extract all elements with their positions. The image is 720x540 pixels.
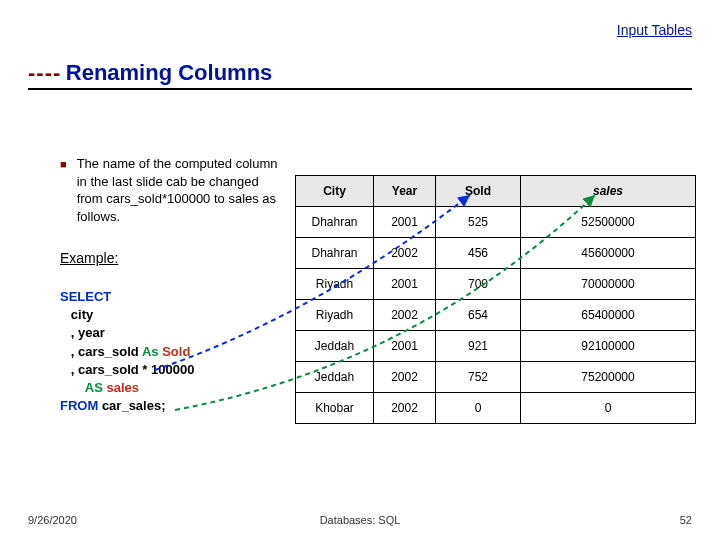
table-row: Riyadh200170070000000 — [296, 269, 696, 300]
table-row: Khobar200200 — [296, 393, 696, 424]
cell: 65400000 — [521, 300, 696, 331]
cell: 654 — [436, 300, 521, 331]
cell: Dhahran — [296, 207, 374, 238]
alias-sales: sales — [107, 380, 140, 395]
cell: 0 — [436, 393, 521, 424]
table-head: City Year Sold sales — [296, 176, 696, 207]
cell: Riyadh — [296, 300, 374, 331]
th-sold: Sold — [436, 176, 521, 207]
cell: 2002 — [374, 393, 436, 424]
sql-code-block: SELECT city , year , cars_sold As Sold ,… — [60, 288, 278, 415]
square-bullet-icon: ■ — [60, 155, 67, 225]
cell: Riyadh — [296, 269, 374, 300]
title-text: Renaming Columns — [66, 60, 273, 85]
cell: 70000000 — [521, 269, 696, 300]
result-table: City Year Sold sales Dhahran200152552500… — [295, 175, 696, 424]
input-tables-link[interactable]: Input Tables — [617, 22, 692, 38]
cell: 2002 — [374, 238, 436, 269]
cell: 2001 — [374, 207, 436, 238]
table-body: Dhahran200152552500000 Dhahran2002456456… — [296, 207, 696, 424]
cell: Jeddah — [296, 331, 374, 362]
alias-indent — [60, 380, 85, 395]
cell: 700 — [436, 269, 521, 300]
bullet-text: The name of the computed column in the l… — [77, 155, 278, 225]
cell: 525 — [436, 207, 521, 238]
slide-title: ---- Renaming Columns — [28, 60, 692, 90]
footer-course: Databases: SQL — [0, 514, 720, 526]
sql-col-cars: , cars_sold — [60, 344, 142, 359]
kw-select: SELECT — [60, 289, 111, 304]
cell: 2001 — [374, 269, 436, 300]
cell: Dhahran — [296, 238, 374, 269]
bullet-item: ■ The name of the computed column in the… — [60, 155, 278, 225]
table-row: Riyadh200265465400000 — [296, 300, 696, 331]
kw-as-2: AS — [85, 380, 103, 395]
th-sales: sales — [521, 176, 696, 207]
cell: 456 — [436, 238, 521, 269]
cell: Khobar — [296, 393, 374, 424]
alias-sold: Sold — [162, 344, 190, 359]
table-row: Dhahran200245645600000 — [296, 238, 696, 269]
cell: Jeddah — [296, 362, 374, 393]
slide: Input Tables ---- Renaming Columns ■ The… — [0, 0, 720, 540]
footer-page: 52 — [680, 514, 692, 526]
cell: 2002 — [374, 300, 436, 331]
cell: 2001 — [374, 331, 436, 362]
example-label: Example: — [60, 249, 278, 268]
cell: 92100000 — [521, 331, 696, 362]
left-column: ■ The name of the computed column in the… — [60, 155, 278, 415]
title-dashes: ---- — [28, 60, 61, 85]
cell: 52500000 — [521, 207, 696, 238]
sql-col-city: city — [60, 307, 93, 322]
table-row: Dhahran200152552500000 — [296, 207, 696, 238]
cell: 45600000 — [521, 238, 696, 269]
table-row: Jeddah200275275200000 — [296, 362, 696, 393]
cell: 921 — [436, 331, 521, 362]
cell: 75200000 — [521, 362, 696, 393]
kw-from: FROM — [60, 398, 98, 413]
sql-col-mul: , cars_sold * 100000 — [60, 362, 194, 377]
cell: 2002 — [374, 362, 436, 393]
sql-from-table: car_sales; — [98, 398, 165, 413]
cell: 0 — [521, 393, 696, 424]
th-city: City — [296, 176, 374, 207]
sql-col-year: , year — [60, 325, 105, 340]
cell: 752 — [436, 362, 521, 393]
kw-as-1: As — [142, 344, 159, 359]
th-year: Year — [374, 176, 436, 207]
table-row: Jeddah200192192100000 — [296, 331, 696, 362]
